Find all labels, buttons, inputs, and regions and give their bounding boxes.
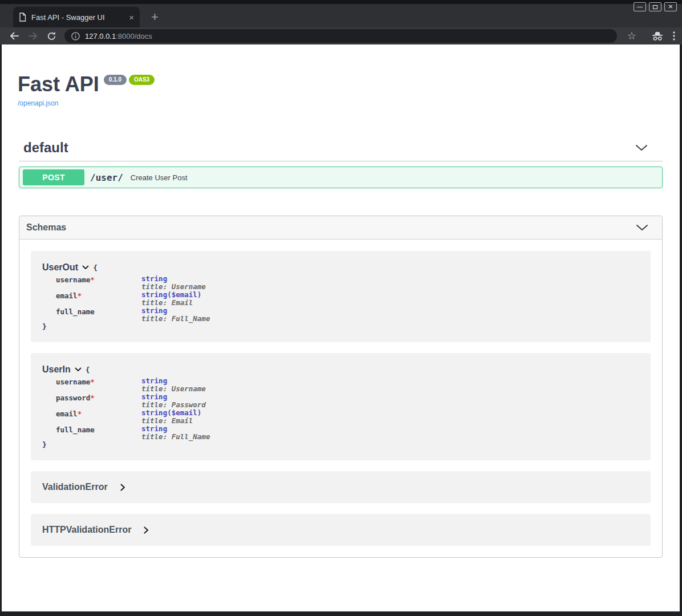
property-title: title: Email bbox=[141, 417, 201, 425]
forward-button[interactable] bbox=[26, 31, 40, 41]
url-text: 127.0.0.1:8000/docs bbox=[85, 32, 152, 40]
oas3-badge: OAS3 bbox=[129, 75, 155, 85]
property-detail: stringtitle: Username bbox=[141, 275, 206, 291]
close-button[interactable]: ✕ bbox=[664, 2, 677, 11]
property-name: full_name bbox=[56, 425, 141, 441]
window-controls: — ✕ bbox=[634, 2, 677, 11]
minimize-button[interactable]: — bbox=[634, 2, 646, 11]
api-info: Fast API0.1.0OAS3 /openapi.json bbox=[2, 44, 680, 108]
property-name-text: password bbox=[56, 394, 90, 402]
maximize-button[interactable] bbox=[649, 2, 661, 11]
model-httpvalidationerror[interactable]: HTTPValidationError bbox=[31, 514, 651, 546]
endpoint-path: /user/ bbox=[90, 172, 123, 183]
close-icon: ✕ bbox=[668, 4, 673, 10]
required-star: * bbox=[78, 410, 82, 418]
property-name: email* bbox=[56, 409, 141, 425]
chevron-down-icon[interactable] bbox=[635, 144, 648, 151]
url-host: 127.0.0.1 bbox=[85, 32, 116, 40]
default-section-title: default bbox=[23, 140, 68, 156]
property-type: string($email) bbox=[141, 291, 201, 299]
property-list: username* stringtitle: Username password… bbox=[56, 377, 639, 441]
address-bar[interactable]: 127.0.0.1:8000/docs bbox=[64, 29, 617, 43]
property-name: username* bbox=[56, 275, 141, 291]
window-frame-top bbox=[0, 0, 682, 4]
model-userin: UserIn { username* stringtitle: Username… bbox=[31, 353, 651, 460]
url-path: :8000/docs bbox=[116, 32, 152, 40]
tab-strip: Fast API - Swagger UI × + — ✕ bbox=[0, 4, 682, 27]
property-row: email* string($email)title: Email bbox=[56, 291, 639, 307]
property-detail: string($email)title: Email bbox=[141, 291, 201, 307]
opblock-post-user[interactable]: POST /user/ Create User Post bbox=[19, 167, 663, 188]
property-type: string bbox=[141, 425, 210, 433]
property-type: string bbox=[141, 307, 210, 315]
property-name-text: username bbox=[56, 275, 90, 284]
incognito-icon bbox=[651, 31, 664, 41]
post-method-badge: POST bbox=[23, 169, 84, 185]
swagger-ui-page: Fast API0.1.0OAS3 /openapi.json default … bbox=[2, 44, 680, 611]
property-type: string bbox=[141, 377, 206, 385]
required-star: * bbox=[90, 378, 95, 386]
new-tab-button[interactable]: + bbox=[151, 11, 159, 23]
schemas-section: Schemas UserOut { username* bbox=[19, 216, 663, 558]
property-detail: stringtitle: Password bbox=[141, 393, 206, 409]
schemas-title: Schemas bbox=[26, 222, 66, 233]
property-name: email* bbox=[56, 291, 141, 307]
openapi-spec-link[interactable]: /openapi.json bbox=[18, 99, 58, 107]
model-userin-toggle[interactable]: UserIn { bbox=[42, 364, 639, 375]
chevron-down-icon[interactable] bbox=[636, 224, 648, 231]
model-name: UserOut bbox=[42, 262, 78, 273]
property-title: title: Email bbox=[141, 299, 201, 307]
chevron-right-icon bbox=[120, 484, 125, 491]
tab-close-icon[interactable]: × bbox=[129, 13, 134, 22]
property-row: full_name stringtitle: Full_Name bbox=[56, 425, 639, 441]
reload-button[interactable] bbox=[44, 31, 59, 41]
property-row: full_name stringtitle: Full_Name bbox=[56, 307, 639, 323]
property-name-text: email bbox=[56, 291, 78, 300]
schemas-body: UserOut { username* stringtitle: Usernam… bbox=[19, 240, 662, 557]
browser-tab[interactable]: Fast API - Swagger UI × bbox=[13, 7, 140, 27]
property-title: title: Full_Name bbox=[141, 315, 210, 323]
close-brace: } bbox=[42, 441, 639, 449]
property-title: title: Username bbox=[141, 283, 206, 291]
required-star: * bbox=[78, 291, 82, 300]
property-name-text: full_name bbox=[56, 425, 95, 434]
required-star: * bbox=[90, 275, 95, 284]
required-star: * bbox=[90, 394, 95, 402]
property-type: string bbox=[141, 275, 206, 283]
property-type: string bbox=[141, 393, 206, 401]
property-title: title: Password bbox=[141, 401, 206, 409]
model-name: HTTPValidationError bbox=[42, 524, 131, 536]
bookmark-star-icon[interactable]: ☆ bbox=[627, 31, 636, 41]
property-list: username* stringtitle: Username email* s… bbox=[56, 275, 639, 323]
default-section-header[interactable]: default bbox=[19, 140, 663, 161]
property-name-text: username bbox=[56, 378, 90, 386]
property-name: password* bbox=[56, 393, 141, 409]
close-brace: } bbox=[42, 323, 639, 331]
open-brace: { bbox=[93, 264, 98, 272]
property-row: password* stringtitle: Password bbox=[56, 393, 639, 409]
version-badge: 0.1.0 bbox=[104, 75, 127, 85]
open-brace: { bbox=[86, 366, 90, 374]
property-title: title: Full_Name bbox=[141, 433, 210, 441]
tab-title: Fast API - Swagger UI bbox=[31, 13, 124, 22]
browser-menu-icon[interactable] bbox=[673, 31, 675, 40]
model-name: UserIn bbox=[42, 364, 71, 375]
model-userout-toggle[interactable]: UserOut { bbox=[42, 262, 639, 273]
property-row: username* stringtitle: Username bbox=[56, 275, 639, 291]
model-validationerror[interactable]: ValidationError bbox=[31, 471, 651, 503]
page-file-icon bbox=[19, 13, 26, 22]
back-button[interactable] bbox=[7, 31, 22, 41]
chevron-down-icon bbox=[82, 265, 89, 270]
site-info-icon[interactable] bbox=[71, 32, 80, 40]
property-row: email* string($email)title: Email bbox=[56, 409, 639, 425]
property-row: username* stringtitle: Username bbox=[56, 377, 639, 393]
property-detail: stringtitle: Username bbox=[141, 377, 206, 393]
minimize-icon: — bbox=[637, 4, 643, 10]
property-type: string($email) bbox=[141, 409, 201, 417]
property-title: title: Username bbox=[141, 385, 206, 393]
browser-toolbar: 127.0.0.1:8000/docs ☆ bbox=[0, 27, 682, 44]
property-detail: stringtitle: Full_Name bbox=[141, 425, 210, 441]
schemas-header[interactable]: Schemas bbox=[19, 216, 662, 240]
property-name: username* bbox=[56, 377, 141, 393]
chevron-down-icon bbox=[75, 367, 82, 372]
